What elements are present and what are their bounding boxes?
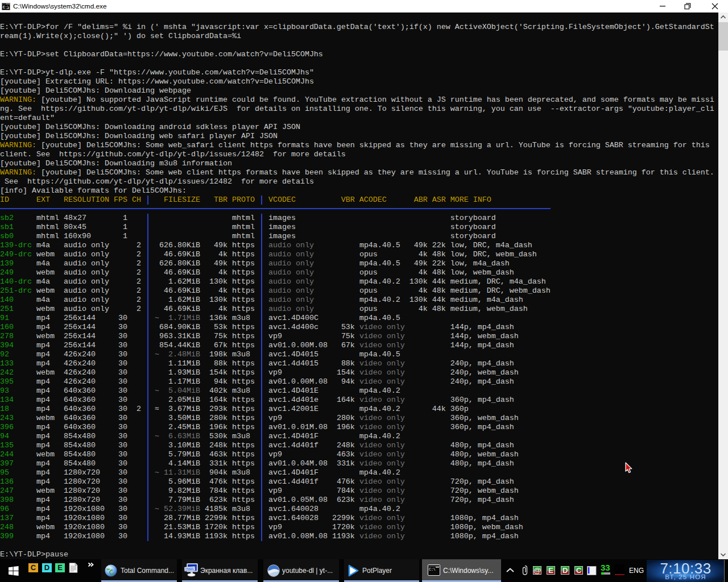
svg-text:E: E <box>548 566 553 575</box>
svg-text:C:\: C:\ <box>429 568 436 572</box>
svg-text:D: D <box>562 566 568 575</box>
svg-text:C:\: C:\ <box>3 6 10 10</box>
svg-text:@: @ <box>533 566 541 575</box>
svg-text:C: C <box>576 566 582 575</box>
